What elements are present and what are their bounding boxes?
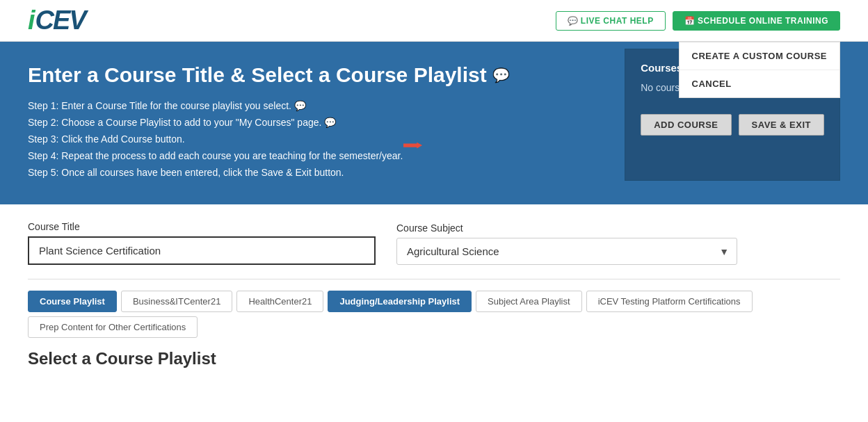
add-course-button[interactable]: ADD COURSE — [641, 114, 731, 136]
tabs-row: Course Playlist Business&ITCenter21 Heal… — [28, 291, 840, 338]
course-subject-group: Course Subject Agricultural Science Busi… — [396, 222, 737, 265]
banner-title-text: Enter a Course Title & Select a Course P… — [28, 63, 487, 88]
step-3: Step 3: Click the Add Course button. — [28, 133, 549, 145]
courses-added-actions: ADD COURSE SAVE & EXIT — [641, 114, 824, 136]
red-arrow-svg — [403, 124, 423, 166]
course-title-group: Course Title — [28, 221, 376, 265]
tab-subject-area[interactable]: Subject Area Playlist — [476, 291, 582, 312]
header-buttons: 💬 LIVE CHAT HELP 📅 SCHEDULE ONLINE TRAIN… — [556, 11, 840, 31]
course-title-input[interactable] — [28, 236, 376, 265]
tab-health-center[interactable]: HealthCenter21 — [236, 291, 323, 312]
schedule-training-button[interactable]: 📅 SCHEDULE ONLINE TRAINING — [673, 11, 840, 31]
course-subject-label: Course Subject — [396, 222, 737, 234]
header: i CEV 💬 LIVE CHAT HELP 📅 SCHEDULE ONLINE… — [0, 0, 868, 42]
course-subject-wrapper: Agricultural Science Business & IT Healt… — [396, 238, 737, 265]
logo: i CEV — [28, 6, 86, 35]
divider — [28, 279, 840, 279]
svg-marker-0 — [403, 143, 422, 149]
course-title-label: Course Title — [28, 221, 376, 232]
step-4: Step 4: Repeat the process to add each c… — [28, 150, 549, 161]
tab-icev-testing[interactable]: iCEV Testing Platform Certifications — [586, 291, 753, 312]
live-chat-button[interactable]: 💬 LIVE CHAT HELP — [556, 11, 666, 31]
tab-prep-content[interactable]: Prep Content for Other Certifications — [28, 316, 198, 338]
save-exit-button[interactable]: SAVE & EXIT — [739, 114, 824, 136]
banner-chat-icon: 💬 — [492, 67, 510, 83]
logo-icon: i — [28, 6, 35, 35]
steps-area: Step 1: Enter a Course Title for the cou… — [28, 100, 549, 178]
step-2: Step 2: Choose a Course Playlist to add … — [28, 117, 549, 128]
step-1: Step 1: Enter a Course Title for the cou… — [28, 100, 549, 111]
tab-course-playlist[interactable]: Course Playlist — [28, 291, 117, 312]
banner-title: Enter a Course Title & Select a Course P… — [28, 63, 570, 88]
section-title: Select a Course Playlist — [28, 349, 840, 368]
logo-text: CEV — [35, 6, 86, 35]
cancel-item[interactable]: CANCEL — [680, 70, 839, 97]
form-row: Course Title Course Subject Agricultural… — [28, 221, 840, 265]
blue-banner: Enter a Course Title & Select a Course P… — [0, 42, 868, 204]
main-content: Course Title Course Subject Agricultural… — [0, 204, 868, 385]
step-5: Step 5: Once all courses have been enter… — [28, 167, 549, 178]
tab-business-it[interactable]: Business&ITCenter21 — [121, 291, 232, 312]
create-custom-course-item[interactable]: CREATE A CUSTOM COURSE — [680, 42, 839, 70]
course-subject-select[interactable]: Agricultural Science Business & IT Healt… — [396, 238, 737, 265]
dropdown-popup: CREATE A CUSTOM COURSE CANCEL — [679, 42, 840, 98]
arrow-indicator — [403, 124, 423, 166]
tab-judging-leadership[interactable]: Judging/Leadership Playlist — [328, 291, 472, 312]
